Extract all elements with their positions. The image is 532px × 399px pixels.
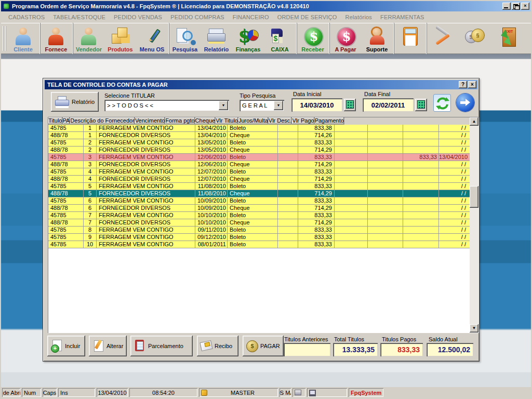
toolbar-button-label: Pesquisa	[172, 46, 197, 53]
grid-header-cell[interactable]: Forma pgto	[165, 117, 195, 125]
toolbar-button-label: Finanças	[236, 46, 261, 53]
toolbar-button[interactable]	[427, 23, 458, 54]
table-row[interactable]: 45785 1 FERRAGEM VEM CONTIGO 13/04/2010 …	[48, 125, 470, 132]
toolbar-button[interactable]: Receber	[297, 23, 328, 54]
dialog-titlebar[interactable]: TELA DE CONTROLE DO CONTAS A PAGAR ? ×	[45, 80, 477, 89]
toolbar-button[interactable]	[394, 23, 425, 54]
cell-fornecedor: FERRAGEM VEM CONTIGO	[97, 197, 195, 205]
grid-header-cell[interactable]: Titulo	[48, 117, 63, 125]
dialog-help-button[interactable]: ?	[459, 81, 467, 88]
table-row[interactable]: 45785 3 FERRAGEM VEM CONTIGO 12/06/2010 …	[48, 154, 470, 161]
data-final-field[interactable]: 02/02/2011	[363, 98, 414, 112]
table-row[interactable]: 488/78 7 FORNECEDOR DIVERSOS 10/10/2010 …	[48, 219, 470, 227]
close-button[interactable]: ×	[521, 3, 529, 10]
toolbar-button[interactable]: Vendedor	[73, 23, 104, 54]
toolbar-button[interactable]: Finanças	[232, 23, 264, 54]
toolbar-button[interactable]: Suporte	[361, 23, 393, 54]
menu-item[interactable]: TABELA/ESTOQUE	[49, 13, 110, 21]
table-row[interactable]: 488/78 4 FORNECEDOR DIVERSOS 12/07/2010 …	[48, 176, 470, 183]
menu-item[interactable]: PEDIDO VENDAS	[110, 13, 166, 21]
cell-forma-pgto: Boleto	[228, 154, 278, 161]
status-panel	[292, 388, 305, 397]
scroll-down-icon[interactable]: ▼	[470, 324, 478, 332]
action-button[interactable]: PAGAR	[243, 336, 284, 356]
grid-header-cell[interactable]: Vlr Titulo	[216, 117, 238, 125]
grid-header-cell[interactable]: Descrição do Fornecedor	[70, 117, 135, 125]
cell-pagamento: / /	[439, 197, 470, 205]
menu-item[interactable]: FINANCEIRO	[229, 13, 273, 21]
menu-item[interactable]: Relatórios	[341, 13, 377, 21]
action-button[interactable]: Recibo	[197, 336, 238, 356]
table-row[interactable]: 488/78 6 FORNECEDOR DIVERSOS 10/09/2010 …	[48, 205, 470, 212]
table-row[interactable]: 45785 7 FERRAGEM VEM CONTIGO 10/10/2010 …	[48, 212, 470, 219]
table-row[interactable]: 45785 8 FERRAGEM VEM CONTIGO 09/11/2010 …	[48, 227, 470, 234]
toolbar-button[interactable]: Menu OS	[136, 23, 168, 54]
grid-header-cell[interactable]: Vencimento	[135, 117, 165, 125]
grid-header-cell[interactable]: PA	[63, 117, 71, 125]
cell-pagamento: / /	[439, 190, 470, 197]
exit-door-icon	[496, 26, 516, 45]
chevron-down-icon[interactable]: ▼	[274, 101, 283, 110]
cell-titulo: 488/78	[48, 132, 84, 139]
cell-titulo: 488/78	[48, 219, 84, 227]
action-button[interactable]: Parcelamento	[130, 336, 193, 356]
grid-header-cell[interactable]: Vlr Pago	[292, 117, 314, 125]
table-row[interactable]: 45785 4 FERRAGEM VEM CONTIGO 12/07/2010 …	[48, 168, 470, 176]
toolbar-button[interactable]	[458, 23, 490, 54]
scroll-up-icon[interactable]: ▲	[470, 117, 478, 126]
refresh-button[interactable]	[433, 94, 451, 112]
cell-pagamento: / /	[439, 219, 470, 227]
titular-combobox[interactable]: > > T O D O S < < ▼	[104, 100, 229, 111]
restore-button[interactable]	[512, 3, 520, 10]
toolbar-button[interactable]: Relatório	[201, 23, 232, 54]
cell-pagamento: / /	[439, 212, 470, 219]
table-row[interactable]: 45785 9 FERRAGEM VEM CONTIGO 09/12/2010 …	[48, 234, 470, 241]
toolbar-button[interactable]: Pesquisa	[169, 23, 201, 54]
table-row[interactable]: 488/78 1 FORNECEDOR DIVERSOS 13/04/2010 …	[48, 132, 470, 139]
toolbar-button[interactable]: A Pagar	[329, 23, 361, 54]
action-button[interactable]: Incluir	[47, 336, 85, 356]
data-inicial-field[interactable]: 14/03/2010	[291, 98, 342, 112]
action-button[interactable]: Alterar	[89, 336, 127, 356]
toolbar-button[interactable]: Cliente	[7, 23, 39, 54]
toolbar-grip[interactable]	[3, 26, 6, 51]
cell-fornecedor: FORNECEDOR DIVERSOS	[97, 205, 195, 212]
table-row[interactable]: 488/78 3 FORNECEDOR DIVERSOS 12/06/2010 …	[48, 161, 470, 168]
menu-item[interactable]: PEDIDO COMPRAS	[166, 13, 229, 21]
table-row[interactable]: 45785 10 FERRAGEM VEM CONTIGO 08/01/2011…	[48, 241, 470, 248]
toolbar-button[interactable]: Produtos	[104, 23, 136, 54]
grid-header-cell[interactable]: Pagamento	[315, 117, 344, 125]
go-arrow-button[interactable]	[456, 94, 474, 112]
table-row[interactable]: 45785 2 FERRAGEM VEM CONTIGO 13/05/2010 …	[48, 139, 470, 147]
grid-header-cell[interactable]: Cheque	[195, 117, 216, 125]
cell-vlr-desc	[368, 161, 403, 168]
cell-fornecedor: FORNECEDOR DIVERSOS	[97, 219, 195, 227]
scrollbar-thumb[interactable]	[470, 186, 478, 208]
cell-forma-pgto: Boleto	[228, 234, 278, 241]
table-row[interactable]: 45785 5 FERRAGEM VEM CONTIGO 11/08/2010 …	[48, 183, 470, 190]
cell-vencimento: 09/11/2010	[195, 227, 228, 234]
menu-item[interactable]: CADASTROS	[4, 13, 49, 21]
dialog-close-button[interactable]: ×	[468, 81, 476, 88]
toolbar-button[interactable]	[490, 23, 522, 54]
toolbar-button[interactable]: Fornece	[40, 23, 72, 54]
tipo-pesquisa-combobox[interactable]: G E R A L ▼	[240, 100, 284, 111]
minimize-button[interactable]	[502, 3, 511, 10]
cell-forma-pgto: Cheque	[228, 176, 278, 183]
cell-fornecedor: FERRAGEM VEM CONTIGO	[97, 227, 195, 234]
data-final-calendar-button[interactable]	[415, 99, 427, 111]
data-inicial-calendar-button[interactable]	[344, 99, 356, 111]
calendar-icon	[417, 100, 425, 109]
menu-item[interactable]: FERRAMENTAS	[376, 13, 429, 21]
chevron-down-icon[interactable]: ▼	[219, 101, 228, 110]
report-button[interactable]: Relatório	[51, 92, 99, 112]
table-row[interactable]: 488/78 5 FORNECEDOR DIVERSOS 11/08/2010 …	[48, 190, 470, 197]
toolbar-button[interactable]: CAIXA	[264, 23, 296, 54]
vertical-scrollbar[interactable]: ▲ ▼	[470, 117, 478, 332]
cell-juros-multa	[335, 139, 368, 147]
grid-header-cell[interactable]: Vlr Desc.	[269, 117, 292, 125]
table-row[interactable]: 45785 6 FERRAGEM VEM CONTIGO 10/09/2010 …	[48, 197, 470, 205]
table-row[interactable]: 488/78 2 FORNECEDOR DIVERSOS 13/05/2010 …	[48, 147, 470, 154]
grid-header-cell[interactable]: Juros/Multa	[238, 117, 269, 125]
menu-item[interactable]: ORDEM DE SERVIÇO	[273, 13, 341, 21]
